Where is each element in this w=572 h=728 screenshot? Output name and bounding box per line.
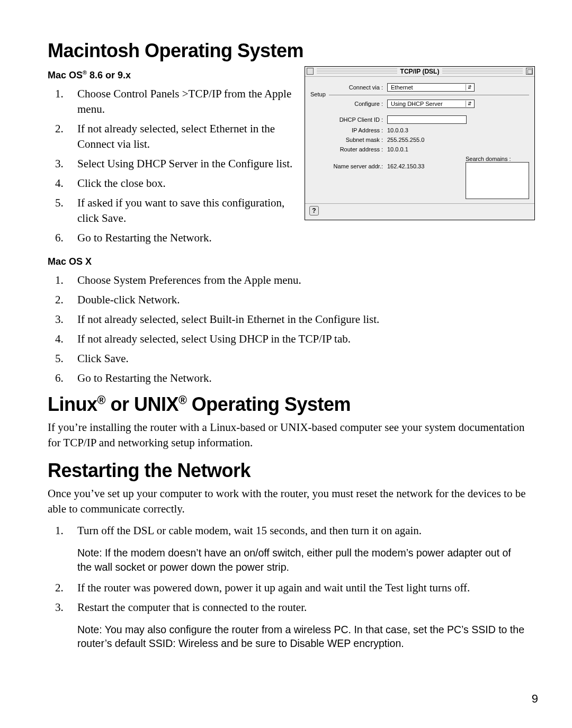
list-item: 3.Select Using DHCP Server in the Config… [48,156,298,172]
linux-body-text: If you’re installing the router with a L… [48,420,535,451]
step-text: Click Save. [77,351,535,366]
list-item: 1.Choose Control Panels >TCP/IP from the… [48,86,298,117]
step-text: Turn off the DSL or cable modem, wait 15… [77,523,535,538]
step-number: 4. [48,331,77,347]
list-item: 6.Go to Restarting the Network. [48,230,298,246]
step-text: Click the close box. [77,176,298,191]
select-value: Ethernet [391,84,413,91]
tcpip-dialog: TCP/IP (DSL) Connect via : Ethernet ⇵ Se… [305,66,535,220]
list-item: 3.Restart the computer that is connected… [48,600,535,615]
note-wireless: Note: You may also configure the router … [77,623,528,651]
macos8-steps: 1.Choose Control Panels >TCP/IP from the… [48,86,298,246]
step-text: Restart the computer that is connected t… [77,600,535,615]
step-number: 5. [48,351,77,366]
configure-select[interactable]: Using DHCP Server ⇵ [387,100,475,108]
subnet-mask-value: 255.255.255.0 [387,137,424,143]
step-number: 6. [48,230,77,246]
note-modem: Note: If the modem doesn’t have an on/of… [77,546,512,574]
list-item: 4.Click the close box. [48,176,298,191]
connect-via-label: Connect via : [310,84,387,91]
restart-body-text: Once you’ve set up your computer to work… [48,486,535,517]
list-item: 5.If asked if you want to save this conf… [48,195,298,226]
select-value: Using DHCP Server [391,101,443,107]
dialog-titlebar: TCP/IP (DSL) [305,67,534,77]
step-text: Go to Restarting the Network. [77,371,535,386]
step-number: 2. [48,580,77,596]
list-item: 3.If not already selected, select Built-… [48,312,535,327]
router-address-value: 10.0.0.1 [387,146,408,152]
subnet-mask-label: Subnet mask : [310,137,387,143]
router-address-label: Router address : [310,146,387,152]
subheading-macosx: Mac OS X [48,256,535,267]
connect-via-select[interactable]: Ethernet ⇵ [387,83,475,92]
setup-fieldset: Setup Configure : Using DHCP Server ⇵ DH… [310,95,529,199]
name-server-value: 162.42.150.33 [387,163,424,169]
list-item: 1.Turn off the DSL or cable modem, wait … [48,523,535,538]
label: Operating System [186,393,351,415]
search-domains-label: Search domains : [466,156,529,162]
setup-label: Setup [310,91,329,97]
step-number: 3. [48,312,77,327]
step-text: If not already selected, select Ethernet… [77,121,298,152]
step-number: 1. [48,86,77,117]
step-text: Choose System Preferences from the Apple… [77,273,535,288]
label: or UNIX [105,393,178,415]
step-text: If not already selected, select Built-in… [77,312,535,327]
heading-macintosh: Macintosh Operating System [48,40,535,62]
restart-steps-cont: 2.If the router was powered down, power … [48,580,535,615]
chevron-updown-icon: ⇵ [466,84,473,91]
step-number: 5. [48,195,77,226]
list-item: 1.Choose System Preferences from the App… [48,273,535,288]
subheading-macos8: Mac OS® 8.6 or 9.x [48,69,298,81]
step-number: 3. [48,156,77,172]
heading-linux-unix: Linux® or UNIX® Operating System [48,393,535,416]
list-item: 2.If not already selected, select Ethern… [48,121,298,152]
step-number: 1. [48,523,77,538]
dhcp-client-label: DHCP Client ID : [310,116,387,123]
list-item: 6.Go to Restarting the Network. [48,371,535,386]
chevron-updown-icon: ⇵ [466,101,473,107]
step-number: 2. [48,121,77,152]
step-number: 3. [48,600,77,615]
heading-restart: Restarting the Network [48,460,535,482]
step-text: Go to Restarting the Network. [77,230,298,246]
step-number: 2. [48,292,77,308]
restart-steps: 1.Turn off the DSL or cable modem, wait … [48,523,535,538]
reg-mark-icon: ® [97,393,105,407]
step-text: If not already selected, select Using DH… [77,331,535,347]
step-number: 6. [48,371,77,386]
macosx-steps: 1.Choose System Preferences from the App… [48,273,535,386]
step-text: If asked if you want to save this config… [77,195,298,226]
close-icon[interactable] [307,68,314,75]
step-text: If the router was powered down, power it… [77,580,535,596]
dialog-body: Connect via : Ethernet ⇵ Setup Configure… [305,77,534,220]
step-text: Select Using DHCP Server in the Configur… [77,156,298,172]
ip-address-value: 10.0.0.3 [387,127,408,133]
zoom-icon[interactable] [526,68,533,75]
reg-mark-icon: ® [83,69,87,76]
step-text: Choose Control Panels >TCP/IP from the A… [77,86,298,117]
name-server-label: Name server addr.: [310,163,387,169]
list-item: 2.Double-click Network. [48,292,535,308]
dialog-title: TCP/IP (DSL) [397,68,443,75]
divider [305,203,534,204]
ip-address-label: IP Address : [310,127,387,133]
label: Linux [48,393,97,415]
list-item: 4.If not already selected, select Using … [48,331,535,347]
reg-mark-icon: ® [178,393,186,407]
step-number: 4. [48,176,77,191]
help-button[interactable]: ? [309,206,319,215]
step-number: 1. [48,273,77,288]
dhcp-client-input[interactable] [387,115,467,124]
label: 8.6 or 9.x [87,70,131,80]
list-item: 2.If the router was powered down, power … [48,580,535,596]
search-domains-input[interactable] [466,162,529,199]
list-item: 5.Click Save. [48,351,535,366]
configure-label: Configure : [310,101,387,107]
step-text: Double-click Network. [77,292,535,308]
page-number: 9 [532,692,538,706]
label: Mac OS [48,70,83,80]
